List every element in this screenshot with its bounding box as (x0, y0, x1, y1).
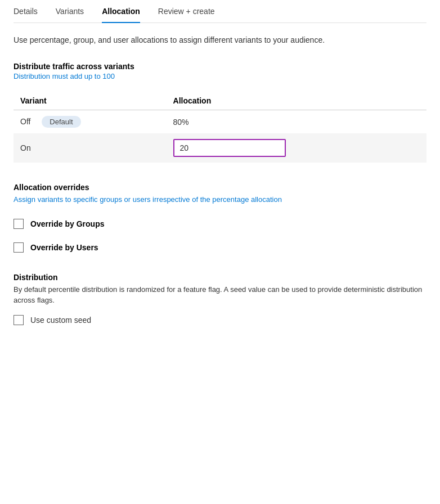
use-custom-seed-checkbox[interactable] (14, 315, 24, 325)
distribution-description: By default percentile distribution is ra… (14, 284, 426, 306)
col-header-allocation: Allocation (167, 92, 426, 110)
use-custom-seed-label: Use custom seed (30, 316, 91, 325)
page-description: Use percentage, group, and user allocati… (14, 34, 426, 46)
variant-off-label: Off (20, 117, 30, 126)
overrides-title: Allocation overrides (14, 183, 426, 192)
distribute-section: Distribute traffic across variants Distr… (14, 62, 426, 163)
overrides-section: Allocation overrides Assign variants to … (14, 183, 426, 253)
tab-details[interactable]: Details (14, 7, 38, 22)
allocation-on-cell (167, 133, 426, 163)
distribute-title: Distribute traffic across variants (14, 62, 426, 71)
allocation-off-value: 80% (167, 110, 426, 134)
distribution-section: Distribution By default percentile distr… (14, 273, 426, 325)
allocation-on-input[interactable] (173, 139, 286, 157)
overrides-description: Assign variants to specific groups or us… (14, 194, 426, 205)
override-groups-checkbox[interactable] (14, 219, 24, 229)
override-users-label: Override by Users (30, 243, 98, 252)
col-header-variant: Variant (14, 92, 167, 110)
variant-on-cell: On (14, 133, 167, 163)
table-row: Off Default 80% (14, 110, 426, 134)
override-groups-row: Override by Groups (14, 219, 426, 229)
default-badge: Default (42, 116, 80, 128)
override-users-row: Override by Users (14, 242, 426, 253)
allocation-off-text: 80% (173, 118, 189, 127)
variant-table: Variant Allocation Off Default 80% On (14, 92, 426, 163)
distribution-title: Distribution (14, 273, 426, 282)
tab-review-create[interactable]: Review + create (158, 7, 215, 22)
variant-off-cell: Off Default (14, 110, 167, 134)
override-users-checkbox[interactable] (14, 242, 24, 253)
distribute-subtitle: Distribution must add up to 100 (14, 72, 426, 80)
use-custom-seed-row: Use custom seed (14, 315, 426, 325)
table-row: On (14, 133, 426, 163)
tab-bar: Details Variants Allocation Review + cre… (14, 0, 426, 23)
tab-variants[interactable]: Variants (56, 7, 84, 22)
override-groups-label: Override by Groups (30, 219, 104, 228)
tab-allocation[interactable]: Allocation (102, 7, 140, 22)
variant-on-label: On (20, 143, 31, 152)
